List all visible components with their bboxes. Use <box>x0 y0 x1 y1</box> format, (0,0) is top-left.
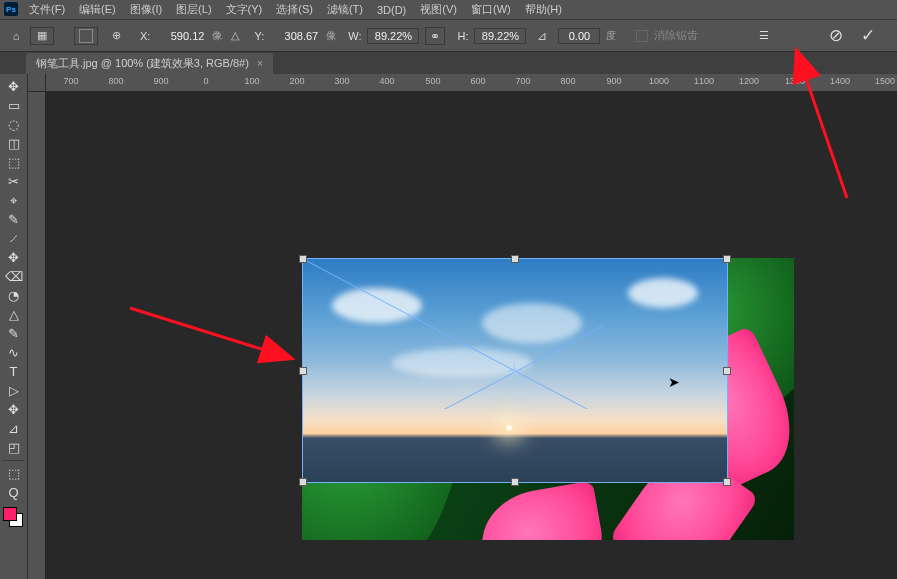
triangle-icon[interactable]: △ <box>228 27 242 45</box>
antialias-label: 消除锯齿 <box>654 28 698 43</box>
menu-image[interactable]: 图像(I) <box>123 0 169 20</box>
menu-type[interactable]: 文字(Y) <box>219 0 270 20</box>
transform-handle-br[interactable] <box>723 478 731 486</box>
link-aspect-icon[interactable]: ⚭ <box>425 27 445 45</box>
move-tool[interactable]: ✥ <box>3 78 25 95</box>
ruler-tick: 100 <box>244 76 259 86</box>
menu-file[interactable]: 文件(F) <box>22 0 72 20</box>
menu-select[interactable]: 选择(S) <box>269 0 320 20</box>
blur-tool[interactable]: △ <box>3 306 25 323</box>
zoom-tool[interactable]: ◰ <box>3 439 25 456</box>
y-label: Y: <box>254 30 264 42</box>
shape-tool[interactable]: ✥ <box>3 401 25 418</box>
mouse-cursor-icon: ➤ <box>668 374 680 390</box>
w-input[interactable] <box>367 28 419 44</box>
horizontal-ruler: 700 800 900 0 100 200 300 400 500 600 70… <box>46 74 897 92</box>
menu-layer[interactable]: 图层(L) <box>169 0 218 20</box>
document-tab[interactable]: 钢笔工具.jpg @ 100% (建筑效果3, RGB/8#) × <box>26 53 273 74</box>
path-select-tool[interactable]: ▷ <box>3 382 25 399</box>
menu-edit[interactable]: 编辑(E) <box>72 0 123 20</box>
options-right-actions: ☰ ⊘ ✓ <box>759 25 889 46</box>
gradient-tool[interactable]: ◔ <box>3 287 25 304</box>
eraser-tool[interactable]: ⌫ <box>3 268 25 285</box>
frame-tool[interactable]: ⬚ <box>3 154 25 171</box>
foreground-swatch[interactable] <box>3 507 17 521</box>
target-icon[interactable]: ⊕ <box>104 27 128 45</box>
menu-bar: Ps 文件(F) 编辑(E) 图像(I) 图层(L) 文字(Y) 选择(S) 滤… <box>0 0 897 20</box>
eyedropper-tool[interactable]: ✂ <box>3 173 25 190</box>
transform-handle-mr[interactable] <box>723 367 731 375</box>
ruler-tick: 800 <box>560 76 575 86</box>
x-label: X: <box>140 30 150 42</box>
transform-diagonals <box>303 259 603 409</box>
transform-handle-tr[interactable] <box>723 255 731 263</box>
antialias-checkbox[interactable] <box>636 30 648 42</box>
ruler-tick: 800 <box>108 76 123 86</box>
x-input[interactable] <box>156 30 206 42</box>
menu-help[interactable]: 帮助(H) <box>518 0 569 20</box>
vertical-ruler <box>28 92 46 579</box>
ruler-tick: 0 <box>203 76 208 86</box>
document-tab-title: 钢笔工具.jpg @ 100% (建筑效果3, RGB/8#) <box>36 56 249 71</box>
toolbox-divider <box>3 460 25 461</box>
marquee-tool[interactable]: ▭ <box>3 97 25 114</box>
ruler-tick: 900 <box>153 76 168 86</box>
quickmask-tool[interactable]: Q <box>3 484 25 501</box>
color-swatch[interactable] <box>3 507 25 529</box>
menu-window[interactable]: 窗口(W) <box>464 0 518 20</box>
cancel-transform-icon[interactable]: ⊘ <box>829 25 843 46</box>
dodge-tool[interactable]: ∿ <box>3 344 25 361</box>
ruler-tick: 1100 <box>694 76 714 86</box>
svg-line-1 <box>303 259 603 409</box>
menu-filter[interactable]: 滤镜(T) <box>320 0 370 20</box>
menu-view[interactable]: 视图(V) <box>413 0 464 20</box>
ruler-tick: 400 <box>379 76 394 86</box>
ruler-corner <box>28 74 46 92</box>
ruler-tick: 700 <box>515 76 530 86</box>
transform-handle-bm[interactable] <box>511 478 519 486</box>
reference-anchor-icon[interactable]: ▦ <box>30 27 54 45</box>
healing-tool[interactable]: ⌖ <box>3 192 25 209</box>
transform-handle-tl[interactable] <box>299 255 307 263</box>
x-unit: 像 <box>212 29 222 43</box>
home-icon[interactable]: ⌂ <box>8 30 24 42</box>
transform-handle-ml[interactable] <box>299 367 307 375</box>
canvas-area[interactable]: 700 800 900 0 100 200 300 400 500 600 70… <box>28 74 897 579</box>
w-label: W: <box>348 30 361 42</box>
crop-tool[interactable]: ◫ <box>3 135 25 152</box>
hand-tool[interactable]: ⊿ <box>3 420 25 437</box>
brush-tool[interactable]: ✎ <box>3 211 25 228</box>
transform-handle-bl[interactable] <box>299 478 307 486</box>
interpolation-icon[interactable]: ☰ <box>759 29 769 42</box>
clone-tool[interactable]: ⟋ <box>3 230 25 247</box>
toolbox: ✥ ▭ ◌ ◫ ⬚ ✂ ⌖ ✎ ⟋ ✥ ⌫ ◔ △ ✎ ∿ T ▷ ✥ ⊿ ◰ … <box>0 74 28 579</box>
ruler-tick: 1400 <box>830 76 850 86</box>
ruler-tick: 200 <box>289 76 304 86</box>
angle-icon: ⊿ <box>532 27 552 45</box>
free-transform-box[interactable] <box>302 258 728 483</box>
angle-input[interactable] <box>558 28 600 44</box>
menu-3d[interactable]: 3D(D) <box>370 1 413 19</box>
app-icon: Ps <box>4 2 18 16</box>
svg-line-0 <box>303 259 603 409</box>
y-unit: 像 <box>326 29 336 43</box>
history-brush-tool[interactable]: ✥ <box>3 249 25 266</box>
ruler-tick: 1300 <box>785 76 805 86</box>
workspace: ✥ ▭ ◌ ◫ ⬚ ✂ ⌖ ✎ ⟋ ✥ ⌫ ◔ △ ✎ ∿ T ▷ ✥ ⊿ ◰ … <box>0 74 897 579</box>
edit-toolbar-tool[interactable]: ⬚ <box>3 465 25 482</box>
type-tool[interactable]: T <box>3 363 25 380</box>
y-input[interactable] <box>270 30 320 42</box>
lasso-tool[interactable]: ◌ <box>3 116 25 133</box>
ruler-tick: 600 <box>470 76 485 86</box>
commit-transform-icon[interactable]: ✓ <box>861 25 875 46</box>
document-tab-bar: 钢笔工具.jpg @ 100% (建筑效果3, RGB/8#) × <box>0 52 897 74</box>
pen-tool[interactable]: ✎ <box>3 325 25 342</box>
ruler-tick: 300 <box>334 76 349 86</box>
transform-center-ref[interactable] <box>510 366 520 376</box>
reference-point-widget[interactable] <box>74 27 98 45</box>
close-tab-icon[interactable]: × <box>257 58 263 69</box>
ruler-tick: 700 <box>63 76 78 86</box>
transform-handle-tm[interactable] <box>511 255 519 263</box>
h-input[interactable] <box>474 28 526 44</box>
ruler-tick: 1000 <box>649 76 669 86</box>
